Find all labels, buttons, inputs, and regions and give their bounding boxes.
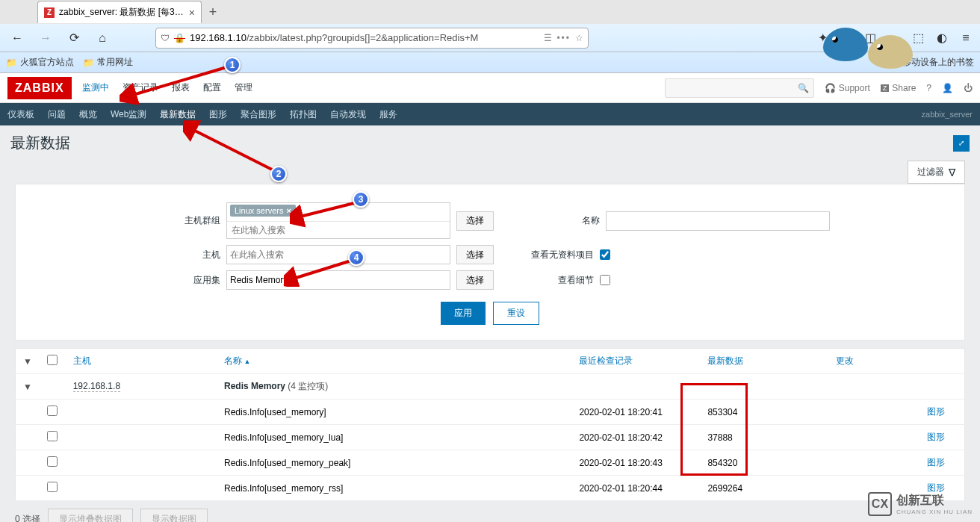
expand-all-toggle[interactable]: ▼ bbox=[16, 349, 40, 374]
subnav-dashboard[interactable]: 仪表板 bbox=[7, 108, 34, 121]
graph-link[interactable]: 图形 bbox=[927, 482, 945, 493]
subnav-services[interactable]: 服务 bbox=[379, 108, 397, 121]
host-select-btn[interactable]: 选择 bbox=[456, 245, 494, 264]
support-link[interactable]: 🎧Support bbox=[825, 83, 870, 93]
annotation-bubble-3: 3 bbox=[353, 191, 369, 208]
topmenu-admin[interactable]: 管理 bbox=[235, 81, 252, 94]
row-checkbox[interactable] bbox=[47, 431, 58, 441]
row-checkbox[interactable] bbox=[47, 482, 58, 492]
host-link[interactable]: 192.168.1.8 bbox=[73, 381, 120, 392]
topmenu-reports[interactable]: 报表 bbox=[172, 81, 190, 94]
shield-icon[interactable]: 🛡 bbox=[161, 33, 170, 43]
bookmark-firefox[interactable]: 📁火狐官方站点 bbox=[6, 56, 74, 69]
subnav-screens[interactable]: 聚合图形 bbox=[241, 108, 276, 121]
application-select-btn[interactable]: 选择 bbox=[456, 270, 494, 290]
last-value: 37888 bbox=[700, 425, 828, 450]
zabbix-logo[interactable]: ZABBIX bbox=[7, 77, 72, 99]
palette-icon[interactable]: ◐ bbox=[934, 30, 950, 46]
select-all-checkbox[interactable] bbox=[47, 355, 58, 365]
table-row: Redis.Info[used_memory_lua]2020-02-01 18… bbox=[16, 425, 965, 450]
folder-icon: 📁 bbox=[83, 58, 94, 68]
row-checkbox[interactable] bbox=[47, 406, 58, 416]
headset-icon: 🎧 bbox=[825, 83, 836, 93]
graph-link[interactable]: 图形 bbox=[927, 457, 945, 467]
fullscreen-icon[interactable]: ⤢ bbox=[953, 135, 970, 152]
close-tab-icon[interactable]: × bbox=[189, 7, 195, 19]
col-lastcheck[interactable]: 最近检查记录 bbox=[571, 349, 700, 374]
host-input[interactable] bbox=[230, 249, 447, 260]
reset-button[interactable]: 重设 bbox=[493, 302, 539, 325]
forward-button[interactable]: → bbox=[34, 27, 57, 49]
application-input[interactable] bbox=[230, 275, 447, 285]
bookmark-common[interactable]: 📁常用网址 bbox=[83, 56, 133, 69]
subnav-problems[interactable]: 问题 bbox=[48, 108, 66, 121]
graph-button[interactable]: 显示数据图 bbox=[140, 509, 208, 522]
col-change[interactable]: 更改 bbox=[828, 349, 919, 374]
nodata-checkbox[interactable] bbox=[600, 249, 610, 260]
bookmark-mobile[interactable]: 📁移动设备上的书签 bbox=[888, 56, 974, 69]
col-name[interactable]: 名称 bbox=[217, 349, 571, 374]
select-all-checkbox-cell bbox=[40, 349, 65, 374]
group-toggle[interactable]: ▼ bbox=[16, 374, 40, 400]
help-icon[interactable]: ? bbox=[926, 83, 931, 93]
zabbix-search-input[interactable] bbox=[670, 82, 798, 93]
filter-toggle[interactable]: 过滤器 ∇ bbox=[908, 161, 965, 184]
logout-icon[interactable]: ⏻ bbox=[964, 83, 973, 93]
download-icon[interactable]: ⬚ bbox=[910, 30, 926, 46]
z-badge-icon: Z bbox=[881, 84, 890, 92]
subnav-maps[interactable]: 拓扑图 bbox=[290, 108, 317, 121]
user-icon[interactable]: 👤 bbox=[942, 83, 953, 93]
watermark-en: CHUANG XIN HU LIAN bbox=[896, 509, 973, 515]
graph-link[interactable]: 图形 bbox=[927, 432, 945, 442]
reader-mode-icon[interactable]: ☰ bbox=[544, 33, 552, 43]
row-checkbox[interactable] bbox=[47, 456, 58, 467]
page-title: 最新数据 bbox=[10, 133, 70, 153]
sidebar-icon[interactable]: ◫ bbox=[862, 30, 878, 46]
graph-link[interactable]: 图形 bbox=[927, 406, 945, 417]
filter-toggle-row: 过滤器 ∇ bbox=[0, 161, 980, 184]
hostgroup-select-btn[interactable]: 选择 bbox=[456, 211, 494, 231]
annotation-bubble-1: 1 bbox=[224, 57, 241, 73]
last-value: 853304 bbox=[700, 400, 828, 425]
hostgroup-tag: Linux servers× bbox=[230, 205, 296, 217]
last-check: 2020-02-01 18:20:43 bbox=[571, 450, 700, 476]
site-identity-icon[interactable]: 🔒 bbox=[174, 33, 185, 43]
hostgroup-input[interactable]: Linux servers× bbox=[226, 202, 450, 239]
tag-remove-icon[interactable]: × bbox=[286, 206, 291, 215]
subnav-overview[interactable]: 概览 bbox=[79, 108, 97, 121]
url-bar[interactable]: 🛡 🔒 192.168.1.10/zabbix/latest.php?group… bbox=[155, 28, 589, 49]
zabbix-search[interactable]: 🔍 bbox=[665, 78, 814, 98]
stacked-graph-button[interactable]: 显示堆叠数据图 bbox=[48, 509, 133, 522]
more-icon[interactable]: ••• bbox=[556, 33, 571, 43]
subnav-latest[interactable]: 最新数据 bbox=[160, 108, 196, 121]
back-button[interactable]: ← bbox=[6, 27, 28, 49]
search-icon[interactable]: 🔍 bbox=[798, 83, 809, 93]
subnav-discovery[interactable]: 自动发现 bbox=[330, 108, 366, 121]
topmenu-inventory[interactable]: 资产记录 bbox=[122, 81, 158, 94]
extension-icon[interactable]: ✦ bbox=[814, 30, 831, 46]
apply-button[interactable]: 应用 bbox=[441, 302, 486, 325]
browser-tab[interactable]: Z zabbix_server: 最新数据 [每30... × bbox=[37, 1, 202, 23]
zabbix-favicon: Z bbox=[44, 7, 55, 18]
hamburger-menu-icon[interactable]: ≡ bbox=[958, 30, 974, 46]
share-link[interactable]: ZShare bbox=[881, 83, 917, 93]
topmenu-config[interactable]: 配置 bbox=[203, 81, 221, 94]
subnav-graphs[interactable]: 图形 bbox=[209, 108, 227, 121]
library-icon[interactable]: |||\ bbox=[838, 30, 855, 46]
name-input[interactable] bbox=[610, 216, 826, 226]
col-host[interactable]: 主机 bbox=[66, 349, 217, 374]
subnav-web[interactable]: Web监测 bbox=[111, 108, 146, 121]
col-lastdata[interactable]: 最新数据 bbox=[700, 349, 828, 374]
label-application: 应用集 bbox=[161, 274, 220, 287]
last-value: 854320 bbox=[700, 450, 828, 476]
topmenu-monitoring[interactable]: 监测中 bbox=[82, 81, 109, 94]
details-checkbox[interactable] bbox=[600, 275, 610, 285]
browser-tab-bar: Z zabbix_server: 最新数据 [每30... × + bbox=[0, 0, 980, 24]
new-tab-button[interactable]: + bbox=[202, 1, 224, 23]
label-details: 查看细节 bbox=[512, 274, 594, 287]
home-button[interactable]: ⌂ bbox=[91, 27, 114, 49]
hostgroup-search-input[interactable] bbox=[227, 221, 450, 238]
bookmark-star-icon[interactable]: ☆ bbox=[575, 33, 583, 43]
reload-button[interactable]: ⟳ bbox=[63, 27, 85, 49]
pocket-icon[interactable]: ⌄ bbox=[886, 30, 902, 46]
